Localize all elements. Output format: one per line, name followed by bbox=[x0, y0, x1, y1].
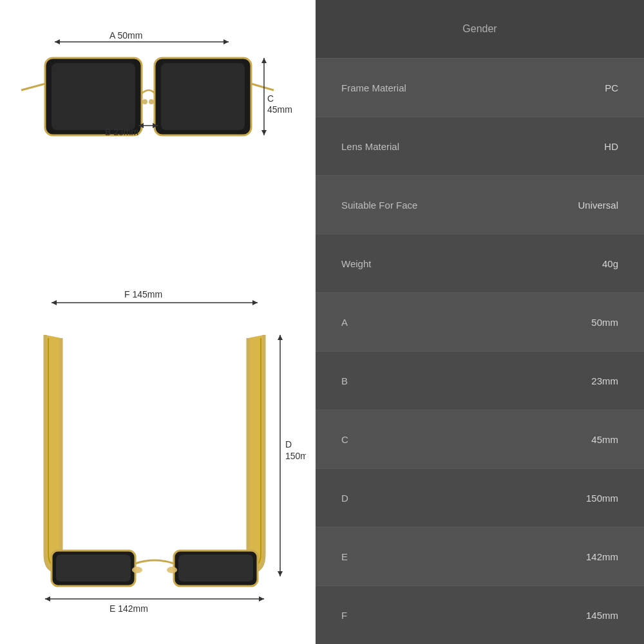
spec-row-0: Gender bbox=[316, 0, 644, 59]
spec-label-2: Lens Material bbox=[341, 141, 399, 152]
svg-line-8 bbox=[21, 84, 45, 90]
svg-text:45mm: 45mm bbox=[267, 104, 292, 115]
spec-value-9: 142mm bbox=[586, 551, 618, 562]
svg-point-25 bbox=[132, 567, 142, 573]
spec-row-4: Weight40g bbox=[316, 234, 644, 293]
spec-value-10: 145mm bbox=[586, 610, 618, 621]
spec-label-10: F bbox=[341, 610, 347, 621]
svg-text:E  142mm: E 142mm bbox=[109, 603, 148, 614]
spec-label-7: C bbox=[341, 434, 348, 445]
spec-label-6: B bbox=[341, 375, 348, 386]
spec-value-6: 23mm bbox=[591, 375, 618, 386]
spec-value-1: PC bbox=[605, 82, 618, 93]
spec-value-5: 50mm bbox=[591, 317, 618, 328]
svg-text:F  145mm: F 145mm bbox=[124, 289, 162, 299]
svg-text:150mm: 150mm bbox=[285, 451, 306, 461]
spec-value-3: Universal bbox=[578, 200, 618, 211]
spec-value-2: HD bbox=[604, 141, 618, 152]
spec-label-8: D bbox=[341, 493, 348, 504]
svg-point-11 bbox=[149, 99, 154, 104]
svg-text:C: C bbox=[267, 93, 274, 104]
svg-marker-29 bbox=[259, 596, 264, 601]
svg-marker-37 bbox=[52, 300, 57, 305]
spec-label-9: E bbox=[341, 551, 348, 562]
left-panel: A 50mm B 23mm bbox=[0, 0, 316, 644]
svg-marker-28 bbox=[45, 596, 50, 601]
svg-marker-17 bbox=[261, 58, 267, 63]
svg-rect-24 bbox=[178, 554, 253, 582]
spec-row-2: Lens MaterialHD bbox=[316, 117, 644, 176]
spec-row-3: Suitable For FaceUniversal bbox=[316, 176, 644, 234]
svg-text:B  23mm: B 23mm bbox=[105, 127, 138, 137]
svg-rect-5 bbox=[52, 63, 135, 130]
svg-marker-33 bbox=[278, 571, 283, 576]
spec-label-5: A bbox=[341, 317, 348, 328]
svg-point-26 bbox=[167, 567, 177, 573]
svg-line-9 bbox=[251, 84, 274, 90]
spec-value-7: 45mm bbox=[591, 434, 618, 445]
svg-rect-7 bbox=[161, 63, 245, 130]
svg-marker-2 bbox=[223, 39, 229, 44]
spec-label-3: Suitable For Face bbox=[341, 200, 417, 211]
spec-label-4: Weight bbox=[341, 258, 371, 269]
svg-marker-32 bbox=[278, 335, 283, 340]
svg-rect-23 bbox=[56, 554, 131, 582]
spec-row-1: Frame MaterialPC bbox=[316, 59, 644, 117]
spec-value-8: 150mm bbox=[586, 493, 618, 504]
svg-marker-1 bbox=[55, 39, 60, 44]
spec-row-8: D150mm bbox=[316, 469, 644, 527]
right-panel: GenderFrame MaterialPCLens MaterialHDSui… bbox=[316, 0, 644, 644]
spec-label-1: Frame Material bbox=[341, 82, 406, 93]
svg-text:A  50mm: A 50mm bbox=[109, 30, 142, 41]
svg-text:D: D bbox=[285, 439, 292, 450]
glasses-top-diagram: E 142mm D 150mm F 145mm bbox=[0, 270, 316, 631]
spec-row-7: C45mm bbox=[316, 410, 644, 469]
glasses-front-svg: A 50mm B 23mm bbox=[10, 6, 306, 264]
svg-marker-18 bbox=[261, 130, 267, 135]
svg-marker-38 bbox=[252, 300, 258, 305]
spec-label-0: Gender bbox=[462, 23, 497, 35]
spec-row-6: B23mm bbox=[316, 352, 644, 410]
glasses-front-diagram: A 50mm B 23mm bbox=[0, 0, 316, 270]
spec-row-9: E142mm bbox=[316, 527, 644, 586]
glasses-top-svg: E 142mm D 150mm F 145mm bbox=[10, 283, 306, 618]
spec-row-10: F145mm bbox=[316, 586, 644, 644]
svg-point-10 bbox=[142, 99, 147, 104]
spec-value-4: 40g bbox=[602, 258, 618, 269]
spec-row-5: A50mm bbox=[316, 293, 644, 352]
